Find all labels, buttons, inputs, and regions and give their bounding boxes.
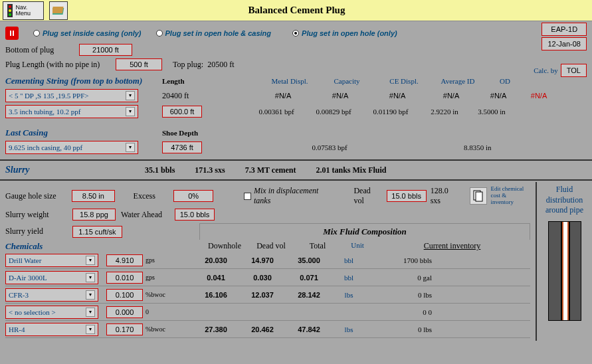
chemical-amount-input[interactable]: 0.100 xyxy=(106,289,143,301)
slurry-weight-input[interactable]: 15.8 ppg xyxy=(72,209,116,221)
svg-point-3 xyxy=(9,13,11,16)
bottom-plug-input[interactable]: 21000 ft xyxy=(79,44,132,56)
nav-menu-label: Nav. Menu xyxy=(16,5,41,17)
chemical-inventory: 0 0 xyxy=(365,308,445,316)
help-button[interactable] xyxy=(49,1,68,20)
top-plug-label: Top plug: xyxy=(173,60,203,70)
chemical-unit: %bwoc xyxy=(143,325,173,333)
chemical-inventory: 1700 bbls xyxy=(365,256,445,264)
chemical-row: Drill Water▾4.910gps20.03014.97035.000bb… xyxy=(5,252,530,269)
chemical-total: 28.142 xyxy=(286,291,332,299)
chevron-down-icon: ▾ xyxy=(126,143,135,152)
slurry-header: Slurry xyxy=(5,165,125,175)
bottom-plug-label: Bottom of plug xyxy=(5,45,75,55)
svg-rect-9 xyxy=(476,192,482,201)
chemical-total: 35.000 xyxy=(286,256,332,264)
chemical-dropdown[interactable]: < no selection >▾ xyxy=(5,306,98,319)
chevron-down-icon: ▾ xyxy=(86,325,95,334)
chemical-dropdown[interactable]: D-Air 3000L▾ xyxy=(5,271,98,284)
traffic-light-icon xyxy=(6,4,13,17)
plug-length-input[interactable]: 500 ft xyxy=(116,58,162,70)
chemical-inventory: 0 gal xyxy=(365,274,445,282)
cs-row-2-length-input[interactable]: 600.0 ft xyxy=(162,106,202,118)
top-plug-value: 20500 ft xyxy=(207,60,234,70)
chemical-deadvol: 20.462 xyxy=(239,325,286,333)
radio-openhole-casing[interactable] xyxy=(156,30,163,37)
chemical-amount-input[interactable]: 0.170 xyxy=(106,323,143,335)
stop-icon xyxy=(5,27,19,40)
slurry-yield-input[interactable]: 1.15 cuft/sk xyxy=(72,226,122,238)
mix-fluid-header: Mix Fluid Composition xyxy=(199,223,530,240)
date-box: 12-Jan-08 xyxy=(542,37,587,50)
calc-by-value[interactable]: TOL xyxy=(561,64,587,77)
radio-inside-casing[interactable] xyxy=(33,30,40,37)
chemical-amount-input[interactable]: 4.910 xyxy=(106,254,143,266)
nav-menu-button[interactable]: Nav. Menu xyxy=(3,1,44,20)
last-casing-dropdown[interactable]: 9.625 inch casing, 40 ppf▾ xyxy=(5,141,138,154)
chemical-deadvol: 14.970 xyxy=(239,256,286,264)
chemical-row: < no selection >▾0.00000 0 xyxy=(5,304,530,321)
svg-rect-7 xyxy=(13,31,14,36)
shoe-depth-input[interactable]: 4736 ft xyxy=(162,141,202,153)
chemical-unit2: lbs xyxy=(332,291,365,299)
water-ahead-input[interactable]: 15.0 bbls xyxy=(175,209,215,221)
chemical-amount-input[interactable]: 0.010 xyxy=(106,272,143,284)
chemical-dropdown[interactable]: CFR-3▾ xyxy=(5,288,98,302)
chevron-down-icon: ▾ xyxy=(126,107,135,116)
chemical-total: 0.071 xyxy=(286,274,332,282)
edit-chemical-button[interactable] xyxy=(470,187,487,205)
radio-openhole-only[interactable] xyxy=(292,30,299,37)
chevron-down-icon: ▾ xyxy=(86,256,95,265)
calc-by-label: Calc. by xyxy=(534,66,558,74)
chemical-unit2: bbl xyxy=(332,256,365,264)
chemical-inventory: 0 lbs xyxy=(365,291,445,299)
chemicals-header: Chemicals xyxy=(5,241,115,252)
chemical-downhole: 16.106 xyxy=(193,291,239,299)
last-casing-header: Last Casing xyxy=(5,128,158,138)
chemical-unit: 0 xyxy=(143,308,173,316)
plug-length-label: Plug Length (with no pipe in) xyxy=(5,60,112,70)
chemical-unit: %bwoc xyxy=(143,291,173,298)
dead-vol-input[interactable]: 15.0 bbls xyxy=(387,190,427,202)
page-title: Balanced Cement Plug xyxy=(68,5,526,16)
document-icon xyxy=(473,190,484,202)
chemical-unit2: bbl xyxy=(332,274,365,282)
well-id-box: EAP-1D xyxy=(542,23,587,36)
chemical-unit: gps xyxy=(143,274,173,281)
chemical-inventory: 0 lbs xyxy=(365,325,445,333)
chemical-row: HR-4▾0.170%bwoc27.38020.46247.842lbs0 lb… xyxy=(5,321,530,338)
chemical-dropdown[interactable]: HR-4▾ xyxy=(5,323,98,336)
chevron-down-icon: ▾ xyxy=(86,273,95,282)
chevron-down-icon: ▾ xyxy=(126,91,135,100)
chemical-unit2: lbs xyxy=(332,325,365,333)
chemical-deadvol: 12.037 xyxy=(239,291,286,299)
chemical-downhole: 20.030 xyxy=(193,256,239,264)
cementing-string-header: Cementing String (from top to bottom) xyxy=(5,76,158,86)
chemical-row: CFR-3▾0.100%bwoc16.10612.03728.142lbs0 l… xyxy=(5,286,530,304)
chemical-dropdown[interactable]: Drill Water▾ xyxy=(5,254,98,267)
chemical-row: D-Air 3000L▾0.010gps0.0410.0300.071bbl0 … xyxy=(5,269,530,286)
excess-input[interactable]: 0% xyxy=(173,190,213,202)
svg-rect-5 xyxy=(52,7,64,13)
pipe-visualization xyxy=(548,221,581,321)
cs-row-2-dropdown[interactable]: 3.5 inch tubing, 10.2 ppf▾ xyxy=(5,105,138,118)
chevron-down-icon: ▾ xyxy=(86,308,95,317)
gauge-hole-input[interactable]: 8.50 in xyxy=(72,190,115,202)
chevron-down-icon: ▾ xyxy=(86,290,95,300)
svg-point-1 xyxy=(9,5,11,8)
svg-point-2 xyxy=(9,9,11,12)
books-icon xyxy=(52,5,64,16)
chemical-downhole: 27.380 xyxy=(193,325,239,333)
fluid-distribution-label[interactable]: Fluid distribution around pipe xyxy=(540,185,589,216)
edit-chemical-link[interactable]: Edit chemical cost & inventory xyxy=(491,186,530,206)
mix-displacement-checkbox[interactable] xyxy=(244,193,251,200)
chemical-total: 47.842 xyxy=(286,325,332,333)
cs-row-1-dropdown[interactable]: < 5 '' DP ,S 135 ,19.5 PPF>▾ xyxy=(5,89,138,102)
chemical-deadvol: 0.030 xyxy=(239,274,286,282)
chemical-downhole: 0.041 xyxy=(193,274,239,282)
chemical-amount-input[interactable]: 0.000 xyxy=(106,306,143,318)
chemical-unit: gps xyxy=(143,256,173,264)
svg-rect-6 xyxy=(10,31,11,36)
